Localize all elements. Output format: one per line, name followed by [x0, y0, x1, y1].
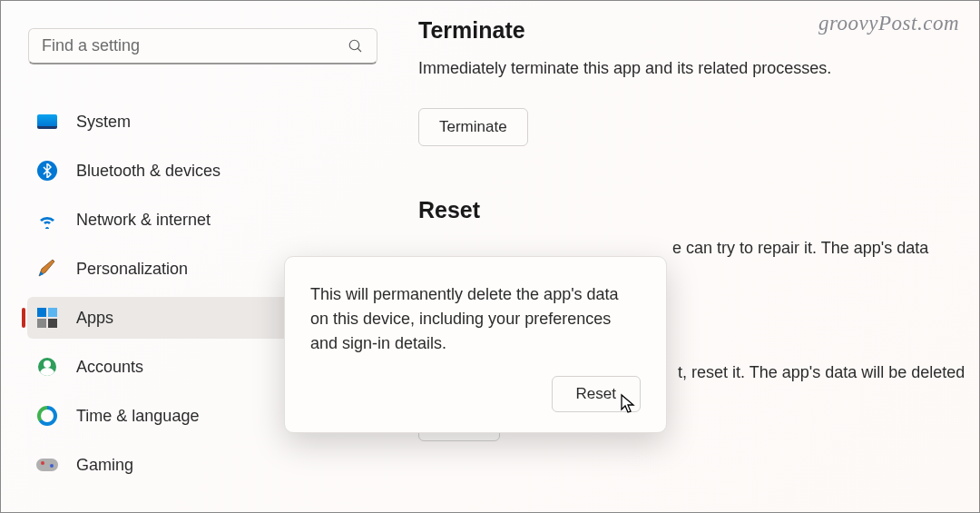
- sidebar-item-label: Time & language: [76, 407, 199, 426]
- sidebar-item-time-language[interactable]: Time & language: [27, 395, 289, 437]
- sidebar-item-apps[interactable]: Apps: [27, 297, 289, 339]
- sidebar-item-label: Apps: [76, 309, 113, 328]
- terminate-title: Terminate: [418, 17, 979, 44]
- gaming-icon: [36, 454, 58, 476]
- popup-message: This will permanently delete the app's d…: [310, 282, 641, 356]
- wifi-icon: [36, 209, 58, 231]
- reset-description-fragment: t, reset it. The app's data will be dele…: [678, 360, 979, 385]
- repair-description-fragment: e can try to repair it. The app's data: [672, 236, 979, 261]
- sidebar-item-label: Bluetooth & devices: [76, 162, 220, 181]
- bluetooth-icon: [36, 160, 58, 182]
- time-language-icon: [36, 405, 58, 427]
- sidebar-item-label: System: [76, 113, 131, 132]
- accounts-icon: [36, 356, 58, 378]
- terminate-button[interactable]: Terminate: [418, 108, 528, 146]
- sidebar-item-personalization[interactable]: Personalization: [27, 248, 289, 290]
- popup-actions: Reset: [310, 376, 641, 412]
- sidebar-item-label: Network & internet: [76, 211, 211, 230]
- sidebar-item-network[interactable]: Network & internet: [27, 199, 289, 241]
- system-icon: [36, 111, 58, 133]
- sidebar-item-accounts[interactable]: Accounts: [27, 346, 289, 388]
- sidebar: System Bluetooth & devices Network & int…: [1, 1, 289, 512]
- sidebar-item-gaming[interactable]: Gaming: [27, 444, 289, 486]
- reset-title: Reset: [418, 197, 979, 223]
- apps-icon: [36, 307, 58, 329]
- sidebar-item-system[interactable]: System: [27, 101, 289, 143]
- sidebar-item-bluetooth[interactable]: Bluetooth & devices: [27, 150, 289, 192]
- paintbrush-icon: [36, 258, 58, 280]
- popup-reset-button[interactable]: Reset: [552, 376, 641, 412]
- sidebar-item-label: Gaming: [76, 456, 133, 475]
- reset-confirmation-popup: This will permanently delete the app's d…: [284, 256, 667, 433]
- sidebar-item-label: Personalization: [76, 260, 188, 279]
- terminate-description: Immediately terminate this app and its r…: [418, 56, 979, 81]
- nav-list: System Bluetooth & devices Network & int…: [26, 101, 289, 486]
- sidebar-item-label: Accounts: [76, 358, 143, 377]
